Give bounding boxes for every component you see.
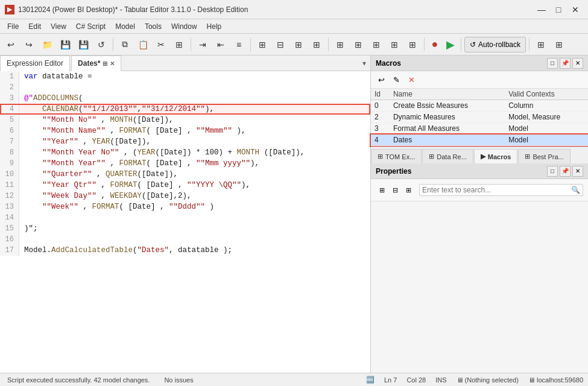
toolbar-btn-outdent[interactable]: ⇤ — [212, 36, 229, 53]
macro-row-4[interactable]: 4 Dates Model — [371, 134, 588, 146]
properties-close-btn[interactable]: ✕ — [572, 166, 583, 177]
macro-name-0: Create Bssic Measures — [390, 100, 505, 112]
code-line-3: 3 @"ADDCOLUMNS( — [0, 93, 370, 104]
status-col: Col 28 — [406, 376, 426, 384]
toolbar-btn-format[interactable]: ⊞ — [171, 36, 188, 53]
menu-csharp[interactable]: C# Script — [71, 20, 110, 33]
expression-editor-label: Expression Editor — [0, 55, 70, 71]
toolbar-btn-nav2[interactable]: ⊞ — [551, 36, 567, 53]
toolbar-btn-copy[interactable]: ⧉ — [116, 36, 133, 53]
toolbar-sep-5 — [424, 38, 425, 51]
properties-header-controls: □ 📌 ✕ — [547, 166, 583, 177]
run-button[interactable]: ▶ — [443, 37, 458, 52]
toolbar-btn-indent[interactable]: ⇥ — [194, 36, 211, 53]
tab-best-practices[interactable]: ⊞ Best Pra... — [518, 149, 570, 163]
toolbar-btn-x5[interactable]: ⊞ — [404, 36, 421, 53]
toolbar-btn-refresh[interactable]: ↺ — [93, 36, 110, 53]
tab-macros-icon: ▶ — [481, 153, 485, 160]
auto-rollback-button[interactable]: ↺ Auto-rollback — [464, 37, 526, 52]
macro-name-2: Dynamic Measures — [390, 112, 505, 123]
tab-tom-icon: ⊞ — [378, 153, 383, 160]
code-line-12: 12 ""Week Day"" , WEEKDAY([Date],2), — [0, 191, 370, 201]
stop-button[interactable]: ● — [428, 37, 442, 52]
window-controls: — □ ✕ — [534, 2, 583, 17]
right-panel: Macros □ 📌 ✕ ↩ ✎ ✕ Id Name Valid Context… — [371, 55, 588, 373]
toolbar-btn-open[interactable]: 📁 — [39, 36, 55, 53]
code-editor[interactable]: 1 var datatable = 2 3 @"ADDCOLUMNS( 4 CA… — [0, 71, 370, 373]
tab-tom-explorer[interactable]: ⊞ TOM Ex... — [371, 149, 422, 163]
menu-help[interactable]: Help — [202, 20, 227, 33]
status-selection-icon: 🖥 — [457, 376, 463, 384]
macros-restore-btn[interactable]: □ — [547, 58, 558, 69]
macro-name-3: Format All Measures — [390, 123, 505, 134]
toolbar-btn-x1[interactable]: ⊞ — [332, 36, 349, 53]
toolbar-btn-more[interactable]: ⊞ — [308, 36, 325, 53]
toolbar-btn-nav1[interactable]: ⊞ — [533, 36, 549, 53]
toolbar-btn-undo[interactable]: ↩ — [2, 36, 19, 53]
close-button[interactable]: ✕ — [567, 2, 583, 17]
toolbar-btn-save2[interactable]: 💾 — [75, 36, 92, 53]
dates-tab-close[interactable]: ✕ — [110, 60, 115, 67]
code-line-13: 13 ""Week"" , FORMAT( [Date] , ""Dddd"" … — [0, 201, 370, 212]
dates-tab[interactable]: Dates* ⊞ ✕ — [71, 55, 121, 71]
toolbar-sep-3 — [250, 38, 251, 51]
maximize-button[interactable]: □ — [551, 2, 566, 17]
menu-window[interactable]: Window — [166, 20, 202, 33]
macro-row-2[interactable]: 2 Dynamic Measures Model, Measure — [371, 112, 588, 123]
toolbar-sep-6 — [461, 38, 461, 51]
macro-ctx-2: Model, Measure — [505, 112, 588, 123]
macros-back-btn[interactable]: ↩ — [375, 73, 388, 86]
macro-row-3[interactable]: 3 Format All Measures Model — [371, 123, 588, 134]
editor-ctrl-chevron[interactable]: ▾ — [361, 59, 368, 68]
status-server-icon: 🖥 — [528, 376, 535, 384]
code-line-17: 17 Model.AddCalculatedTable("Dates", dat… — [0, 245, 370, 256]
col-contexts: Valid Contexts — [505, 89, 588, 100]
toolbar-btn-x3[interactable]: ⊞ — [368, 36, 385, 53]
tab-data-icon: ⊞ — [429, 153, 434, 160]
toolbar-btn-debug[interactable]: ⊟ — [272, 36, 289, 53]
macro-id-3: 3 — [371, 123, 390, 134]
dates-tab-pin[interactable]: ⊞ — [103, 60, 107, 67]
menu-file[interactable]: File — [2, 20, 24, 33]
macro-ctx-3: Model — [505, 123, 588, 134]
toolbar-btn-x4[interactable]: ⊞ — [386, 36, 403, 53]
prop-group-btn[interactable]: ⊞ — [402, 184, 414, 196]
properties-search-input[interactable] — [420, 185, 569, 195]
toolbar-btn-x2[interactable]: ⊞ — [350, 36, 367, 53]
script-status: Script executed successfully. 42 model c… — [5, 376, 152, 384]
code-line-11: 11 ""Year Qtr"" , FORMAT( [Date] , ""YYY… — [0, 180, 370, 191]
toolbar-btn-save[interactable]: 💾 — [57, 36, 74, 53]
toolbar-btn-build[interactable]: ⊞ — [254, 36, 271, 53]
properties-header: Properties □ 📌 ✕ — [371, 163, 588, 179]
macro-ctx-4: Model — [505, 134, 588, 146]
status-ln: Ln 7 — [384, 376, 397, 384]
macros-edit-btn[interactable]: ✎ — [390, 73, 403, 86]
macros-delete-btn[interactable]: ✕ — [405, 73, 418, 86]
dates-tab-label: Dates* — [78, 59, 100, 68]
menu-view[interactable]: View — [46, 20, 71, 33]
menu-model[interactable]: Model — [110, 20, 140, 33]
status-server: 🖥 localhost:59680 — [528, 376, 583, 384]
properties-pin-btn[interactable]: 📌 — [560, 166, 571, 177]
toolbar-btn-redo[interactable]: ↪ — [21, 36, 37, 53]
macros-pin-btn[interactable]: 📌 — [560, 58, 571, 69]
macros-panel: Macros □ 📌 ✕ ↩ ✎ ✕ Id Name Valid Context… — [371, 55, 588, 147]
macros-toolbar: ↩ ✎ ✕ — [371, 71, 588, 89]
toolbar-btn-step[interactable]: ⊞ — [290, 36, 307, 53]
macro-ctx-0: Column — [505, 100, 588, 112]
toolbar-btn-cut[interactable]: ✂ — [153, 36, 169, 53]
macro-row-0[interactable]: 0 Create Bssic Measures Column — [371, 100, 588, 112]
menu-tools[interactable]: Tools — [140, 20, 166, 33]
macros-close-btn[interactable]: ✕ — [572, 58, 583, 69]
main-layout: Expression Editor Dates* ⊞ ✕ ▾ 1 var dat… — [0, 55, 588, 373]
tab-macros[interactable]: ▶ Macros — [474, 149, 518, 163]
tab-data-refresh[interactable]: ⊞ Data Re... — [422, 149, 473, 163]
properties-title: Properties — [376, 167, 411, 176]
prop-filter-btn[interactable]: ⊞ — [376, 184, 388, 196]
toolbar-btn-paste[interactable]: 📋 — [134, 36, 151, 53]
minimize-button[interactable]: — — [534, 2, 549, 17]
toolbar-btn-align[interactable]: ≡ — [230, 36, 247, 53]
prop-sort-btn[interactable]: ⊟ — [389, 184, 401, 196]
menu-edit[interactable]: Edit — [24, 20, 46, 33]
properties-restore-btn[interactable]: □ — [547, 166, 558, 177]
